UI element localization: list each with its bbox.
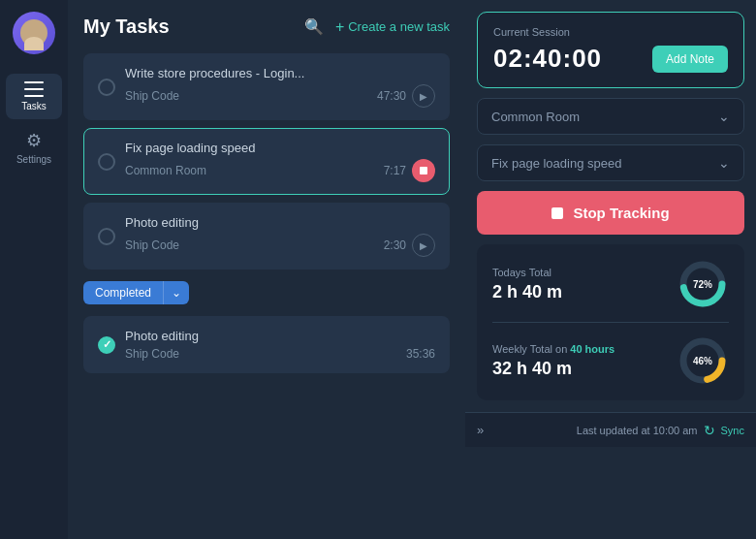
main-content: My Tasks 🔍 + Create a new task Write sto… <box>68 0 465 539</box>
add-note-button[interactable]: Add Note <box>652 46 728 73</box>
task-radio-checked[interactable] <box>98 336 115 354</box>
task-name: Write store procedures - Login... <box>125 66 435 80</box>
stop-recording-button[interactable] <box>412 159 435 182</box>
completed-task-row: Photo editing Ship Code 35:36 <box>83 316 450 373</box>
current-session-card: Current Session 02:40:00 Add Note <box>477 12 744 88</box>
tasks-icon <box>24 81 44 97</box>
task-time-value: 47:30 <box>377 89 406 103</box>
play-button[interactable]: ▶ <box>412 84 435 108</box>
task-project: Ship Code <box>125 347 179 361</box>
chevron-down-icon: ⌄ <box>718 155 730 171</box>
task-time-value: 2:30 <box>384 238 406 252</box>
right-panel: Current Session 02:40:00 Add Note Common… <box>465 0 756 539</box>
stats-divider <box>492 322 729 323</box>
task-radio[interactable] <box>98 79 115 96</box>
weekly-label: Weekly Total on 40 hours <box>492 343 614 355</box>
completed-badge[interactable]: Completed <box>83 281 163 304</box>
task-dropdown-label: Fix page loading speed <box>491 156 621 171</box>
todays-label: Todays Total <box>492 267 562 278</box>
weekly-donut-chart: 46% <box>677 334 729 387</box>
footer-bar: » Last updated at 10:00 am ↻ Sync <box>465 412 756 447</box>
last-updated-text: Last updated at 10:00 am <box>577 425 698 436</box>
sidebar-item-tasks[interactable]: Tasks <box>6 74 62 119</box>
plus-icon: + <box>335 18 344 36</box>
task-radio[interactable] <box>98 228 115 245</box>
sidebar: Tasks ⚙ Settings <box>0 0 68 539</box>
expand-icon[interactable]: » <box>477 423 484 437</box>
weekly-value: 32 h 40 m <box>492 359 614 379</box>
main-header: My Tasks 🔍 + Create a new task <box>83 16 450 38</box>
sidebar-nav: Tasks ⚙ Settings <box>6 74 62 539</box>
todays-value: 2 h 40 m <box>492 282 562 302</box>
task-project: Ship Code <box>125 238 179 252</box>
sync-label[interactable]: Sync <box>721 425 744 436</box>
task-name: Fix page loading speed <box>125 141 435 155</box>
task-row: Photo editing Ship Code 2:30 ▶ <box>83 203 450 270</box>
session-label: Current Session <box>493 26 728 38</box>
weekly-total-section: Weekly Total on 40 hours 32 h 40 m 46% <box>492 334 729 387</box>
session-time: 02:40:00 <box>493 44 602 74</box>
create-task-button[interactable]: + Create a new task <box>335 18 450 36</box>
project-dropdown[interactable]: Common Room ⌄ <box>477 98 744 135</box>
task-time-value: 7:17 <box>384 164 406 177</box>
weekly-pct-label: 46% <box>693 356 712 366</box>
project-dropdown-label: Common Room <box>491 110 580 124</box>
page-title: My Tasks <box>83 16 170 38</box>
stop-tracking-label: Stop Tracking <box>573 205 669 221</box>
task-dropdown[interactable]: Fix page loading speed ⌄ <box>477 144 744 181</box>
task-name: Photo editing <box>125 329 435 343</box>
play-button[interactable]: ▶ <box>412 234 435 257</box>
task-list: Write store procedures - Login... Ship C… <box>83 53 450 539</box>
search-icon[interactable]: 🔍 <box>304 17 324 36</box>
sidebar-tasks-label: Tasks <box>21 101 47 111</box>
sync-icon: ↻ <box>704 423 715 438</box>
gear-icon: ⚙ <box>24 131 44 150</box>
task-radio[interactable] <box>98 153 115 171</box>
sidebar-item-settings[interactable]: ⚙ Settings <box>6 123 62 173</box>
todays-total-section: Todays Total 2 h 40 m 72% <box>492 258 729 310</box>
right-panel-content: Current Session 02:40:00 Add Note Common… <box>465 0 756 412</box>
task-row-active: Fix page loading speed Common Room 7:17 <box>83 128 450 195</box>
stop-icon <box>420 167 427 174</box>
chevron-down-icon: ⌄ <box>718 109 730 124</box>
task-project: Ship Code <box>125 89 179 103</box>
stop-icon <box>551 207 563 219</box>
task-time-value: 35:36 <box>406 347 435 361</box>
completed-section-header: Completed ⌄ <box>83 281 450 304</box>
stats-card: Todays Total 2 h 40 m 72% Weekly Total o… <box>477 244 744 400</box>
todays-pct-label: 72% <box>693 279 712 290</box>
avatar <box>13 12 55 54</box>
sidebar-settings-label: Settings <box>16 154 51 165</box>
task-row: Write store procedures - Login... Ship C… <box>83 53 450 120</box>
task-name: Photo editing <box>125 215 435 230</box>
task-project: Common Room <box>125 164 206 177</box>
create-task-label: Create a new task <box>348 19 450 34</box>
completed-chevron-icon[interactable]: ⌄ <box>163 281 189 304</box>
todays-donut-chart: 72% <box>677 258 729 310</box>
stop-tracking-button[interactable]: Stop Tracking <box>477 191 744 235</box>
